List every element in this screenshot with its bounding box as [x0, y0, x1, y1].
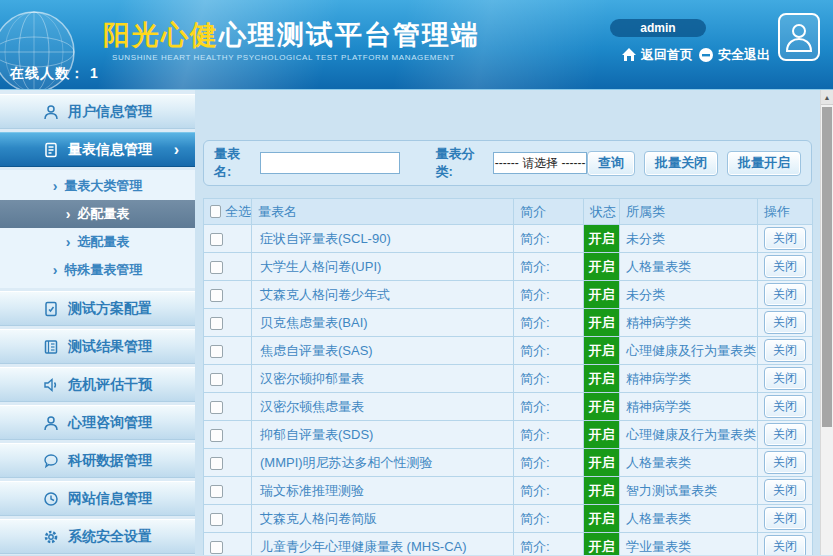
scrollbar-thumb[interactable] [822, 107, 832, 427]
row-checkbox[interactable] [210, 289, 223, 302]
sidebar-item-scale-info[interactable]: 量表信息管理 › [0, 132, 195, 167]
row-checkbox[interactable] [210, 401, 223, 414]
col-header-category: 所属类 [620, 199, 758, 225]
scale-name-input[interactable] [260, 152, 400, 174]
intro-cell: 简介: [514, 309, 584, 337]
row-checkbox[interactable] [210, 317, 223, 330]
table-row: 抑郁自评量表(SDS) 简介: 开启 心理健康及行为量表类 关闭 [204, 421, 813, 449]
sidebar-subitem-required-scales[interactable]: › 必配量表 [0, 200, 195, 228]
select-cell [204, 337, 252, 365]
sidebar-subitem-label: 量表大类管理 [64, 177, 142, 195]
scale-name-label: 量表名: [214, 145, 255, 181]
close-button[interactable]: 关闭 [764, 395, 806, 418]
sidebar-item-security-settings[interactable]: 系统安全设置 [0, 519, 195, 554]
close-button[interactable]: 关闭 [764, 367, 806, 390]
vertical-scrollbar[interactable]: ▲ [820, 90, 833, 555]
username-badge: admin [610, 19, 706, 37]
action-cell: 关闭 [758, 225, 813, 253]
category-cell: 精神病学类 [620, 309, 758, 337]
close-button[interactable]: 关闭 [764, 479, 806, 502]
batch-open-button[interactable]: 批量开启 [727, 151, 801, 176]
select-cell [204, 253, 252, 281]
header: 阳光心健心理测试平台管理端 SUNSHINE HEART HEALTHY PSY… [0, 0, 833, 90]
scale-name-cell: 抑郁自评量表(SDS) [252, 421, 514, 449]
status-badge: 开启 [584, 253, 620, 281]
select-cell [204, 533, 252, 556]
row-checkbox[interactable] [210, 457, 223, 470]
scale-category-select[interactable]: ------ 请选择 ------ [493, 152, 587, 174]
table-row: 艾森克人格问卷少年式 简介: 开启 未分类 关闭 [204, 281, 813, 309]
row-checkbox[interactable] [210, 429, 223, 442]
logout-link[interactable]: 安全退出 [698, 46, 770, 64]
action-cell: 关闭 [758, 533, 813, 556]
row-checkbox[interactable] [210, 513, 223, 526]
scale-name-cell: 症状自评量表(SCL-90) [252, 225, 514, 253]
close-button[interactable]: 关闭 [764, 451, 806, 474]
action-cell: 关闭 [758, 309, 813, 337]
close-button[interactable]: 关闭 [764, 255, 806, 278]
sidebar-subitem-scale-categories[interactable]: › 量表大类管理 [0, 172, 195, 200]
table-row: 汉密尔顿抑郁量表 简介: 开启 精神病学类 关闭 [204, 365, 813, 393]
sidebar-subitem-special-scales[interactable]: › 特殊量表管理 [0, 256, 195, 284]
sidebar-item-user-info[interactable]: 用户信息管理 [0, 94, 195, 129]
table-row: 儿童青少年心理健康量表 (MHS-CA) 简介: 开启 学业量表类 关闭 [204, 533, 813, 556]
sidebar-item-research-data[interactable]: 科研数据管理 [0, 443, 195, 478]
row-checkbox[interactable] [210, 373, 223, 386]
close-button[interactable]: 关闭 [764, 227, 806, 250]
close-button[interactable]: 关闭 [764, 283, 806, 306]
avatar[interactable] [778, 13, 820, 61]
status-badge: 开启 [584, 225, 620, 253]
sidebar-item-test-results[interactable]: 测试结果管理 [0, 329, 195, 364]
row-checkbox[interactable] [210, 485, 223, 498]
close-button[interactable]: 关闭 [764, 535, 806, 555]
row-checkbox[interactable] [210, 345, 223, 358]
sidebar-item-test-plan[interactable]: 测试方案配置 [0, 291, 195, 326]
intro-cell: 简介: [514, 393, 584, 421]
intro-cell: 简介: [514, 449, 584, 477]
action-cell: 关闭 [758, 281, 813, 309]
batch-close-button[interactable]: 批量关闭 [644, 151, 718, 176]
category-cell: 精神病学类 [620, 393, 758, 421]
sidebar-item-label: 测试方案配置 [68, 300, 152, 318]
brand-subtitle: SUNSHINE HEART HEALTHY PSYCHOLOGICAL TES… [112, 53, 455, 62]
sidebar-item-crisis-intervention[interactable]: 危机评估干预 [0, 367, 195, 402]
action-cell: 关闭 [758, 253, 813, 281]
sidebar-subitem-optional-scales[interactable]: › 选配量表 [0, 228, 195, 256]
sidebar-item-label: 科研数据管理 [68, 452, 152, 470]
close-button[interactable]: 关闭 [764, 311, 806, 334]
select-all-label: 全选 [225, 203, 251, 221]
home-link[interactable]: 返回首页 [621, 46, 693, 64]
scales-doc-icon [43, 142, 59, 158]
action-cell: 关闭 [758, 365, 813, 393]
close-button[interactable]: 关闭 [764, 507, 806, 530]
sidebar-subitem-label: 必配量表 [77, 205, 129, 223]
select-all-checkbox[interactable] [210, 205, 221, 218]
scale-category-label: 量表分类: [436, 145, 489, 181]
table-row: 贝克焦虑量表(BAI) 简介: 开启 精神病学类 关闭 [204, 309, 813, 337]
sidebar-item-counseling[interactable]: 心理咨询管理 [0, 405, 195, 440]
sidebar-item-website-info[interactable]: 网站信息管理 [0, 481, 195, 516]
status-badge: 开启 [584, 449, 620, 477]
submenu-arrow-icon: › [66, 234, 71, 250]
close-button[interactable]: 关闭 [764, 423, 806, 446]
row-checkbox[interactable] [210, 233, 223, 246]
category-cell: 智力测试量表类 [620, 477, 758, 505]
select-cell [204, 281, 252, 309]
chevron-right-icon: › [174, 141, 179, 159]
row-checkbox[interactable] [210, 261, 223, 274]
scrollbar-up-button[interactable]: ▲ [821, 90, 833, 105]
online-count: 在线人数： 1 [10, 65, 99, 83]
status-badge: 开启 [584, 337, 620, 365]
scale-name-cell: 贝克焦虑量表(BAI) [252, 309, 514, 337]
action-cell: 关闭 [758, 421, 813, 449]
select-cell [204, 505, 252, 533]
status-badge: 开启 [584, 505, 620, 533]
search-button[interactable]: 查询 [587, 151, 635, 176]
submenu-arrow-icon: › [53, 178, 58, 194]
status-badge: 开启 [584, 281, 620, 309]
sidebar-item-label: 测试结果管理 [68, 338, 152, 356]
brand-highlight: 阳光心健 [103, 20, 219, 50]
category-cell: 精神病学类 [620, 365, 758, 393]
row-checkbox[interactable] [210, 541, 223, 554]
close-button[interactable]: 关闭 [764, 339, 806, 362]
